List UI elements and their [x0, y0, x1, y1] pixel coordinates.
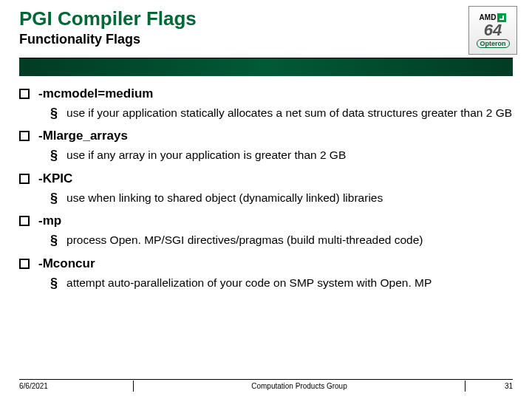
checkbox-bullet-icon	[19, 131, 30, 141]
list-item: -Mconcur § attempt auto-parallelization …	[33, 256, 513, 290]
logo-number: 64	[484, 22, 502, 38]
amd-arrow-icon	[497, 13, 506, 22]
list-item: -KPIC § use when linking to shared objec…	[33, 171, 513, 205]
checkbox-bullet-icon	[19, 89, 30, 99]
flag-description: process Open. MP/SGI directives/pragmas …	[66, 233, 423, 247]
green-banner	[19, 58, 513, 76]
square-bullet-icon: §	[50, 233, 58, 247]
square-bullet-icon: §	[50, 149, 58, 162]
flag-name: -mp	[38, 214, 61, 228]
footer: 6/6/2021 Computation Products Group 31	[0, 381, 532, 392]
footer-rule	[19, 379, 513, 380]
slide-subtitle: Functionality Flags	[19, 32, 513, 47]
checkbox-bullet-icon	[19, 259, 30, 269]
list-item: -mp § process Open. MP/SGI directives/pr…	[33, 214, 513, 247]
footer-group: Computation Products Group	[133, 381, 466, 392]
amd-logo: AMD 64 Opteron	[468, 6, 517, 55]
list-item: -mcmodel=medium § use if your applicatio…	[33, 86, 513, 120]
header: PGI Compiler Flags Functionality Flags A…	[0, 0, 532, 47]
square-bullet-icon: §	[50, 191, 58, 205]
list-item: -Mlarge_arrays § use if any array in you…	[33, 129, 513, 162]
slide: PGI Compiler Flags Functionality Flags A…	[0, 0, 532, 399]
checkbox-bullet-icon	[19, 216, 30, 226]
flag-description: attempt auto-parallelization of your cod…	[66, 276, 432, 290]
flag-name: -Mlarge_arrays	[38, 129, 128, 143]
flag-description: use when linking to shared object (dynam…	[66, 191, 383, 205]
flag-description: use if your application statically alloc…	[66, 106, 512, 120]
checkbox-bullet-icon	[19, 174, 30, 184]
content-area: -mcmodel=medium § use if your applicatio…	[0, 76, 532, 399]
footer-page-number: 31	[473, 382, 532, 390]
footer-date: 6/6/2021	[0, 382, 126, 390]
flag-description: use if any array in your application is …	[66, 148, 346, 162]
flag-name: -Mconcur	[38, 256, 95, 271]
square-bullet-icon: §	[50, 106, 58, 120]
logo-product: Opteron	[477, 39, 510, 48]
square-bullet-icon: §	[50, 276, 58, 290]
flag-name: -mcmodel=medium	[38, 86, 153, 101]
slide-title: PGI Compiler Flags	[19, 7, 513, 30]
flag-name: -KPIC	[38, 171, 72, 186]
